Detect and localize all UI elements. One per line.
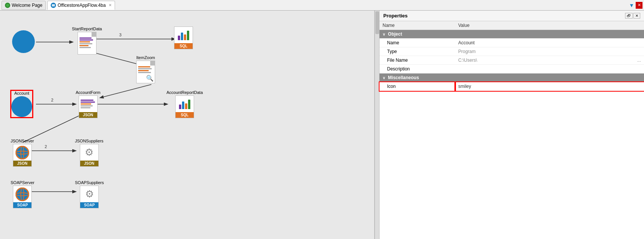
itemzoom-label: ItemZoom bbox=[136, 55, 155, 60]
accountform-label: AccountForm bbox=[76, 90, 100, 95]
node-sqlreport[interactable]: SQL bbox=[174, 27, 193, 49]
soapsuppliers-label: SOAPSuppliers bbox=[75, 180, 104, 185]
node-soapserver[interactable]: SOAPServer SOAP bbox=[11, 180, 34, 208]
prop-value-header: Value bbox=[455, 21, 644, 30]
flow-tab-label: OfficestoreAppFlow.4ba bbox=[58, 3, 106, 8]
node-soapsuppliers[interactable]: SOAPSuppliers ⚙ SOAP bbox=[75, 180, 104, 208]
accountreportdata-icon: SQL bbox=[175, 95, 194, 118]
prop-row-type: Type Program bbox=[380, 47, 644, 56]
accountreportdata-label: AccountReportData bbox=[166, 90, 203, 95]
tab-flow[interactable]: OfficestoreAppFlow.4ba ✕ bbox=[47, 1, 115, 10]
prop-desc-label: Description bbox=[380, 65, 455, 73]
jsonserver-label: JSONServer bbox=[11, 139, 34, 143]
prop-filename-label: File Name bbox=[380, 56, 455, 65]
soapserver-icon: SOAP bbox=[13, 186, 32, 208]
prop-desc-value[interactable] bbox=[455, 65, 644, 73]
jsonsuppliers-label: JSONSuppliers bbox=[75, 139, 103, 143]
prop-row-description: Description bbox=[380, 65, 644, 73]
prop-icon-value[interactable]: smiley bbox=[455, 82, 644, 91]
svg-rect-1 bbox=[52, 4, 55, 6]
prop-row-name: Name Account bbox=[380, 39, 644, 47]
section-misc-header: ∨ Miscellaneous bbox=[380, 73, 644, 82]
account-label: Account bbox=[14, 91, 30, 95]
prop-type-label: Type bbox=[380, 47, 455, 56]
prop-icon-label: Icon bbox=[380, 82, 455, 91]
object-section-label: Object bbox=[388, 31, 402, 37]
node-jsonserver[interactable]: JSONServer JSON bbox=[11, 139, 34, 167]
tab-welcome[interactable]: Welcome Page bbox=[2, 1, 46, 10]
node-start[interactable] bbox=[12, 30, 35, 53]
properties-header-label: Properties bbox=[383, 13, 408, 19]
svg-text:3: 3 bbox=[119, 33, 121, 37]
flow-tab-icon bbox=[51, 3, 56, 8]
accountform-icon: JSON bbox=[79, 95, 98, 118]
main-layout: 3 2 2 StartReportData bbox=[0, 11, 644, 239]
prop-filename-dots[interactable]: ... bbox=[637, 58, 641, 63]
svg-point-0 bbox=[6, 4, 9, 7]
flow-canvas[interactable]: 3 2 2 StartReportData bbox=[0, 11, 375, 239]
object-collapse-icon[interactable]: ∨ bbox=[383, 32, 385, 36]
node-startreport[interactable]: StartReportData bbox=[72, 27, 102, 55]
start-circle bbox=[12, 30, 35, 53]
properties-panel: Properties 🗗 ✕ Name Value ∨ Object bbox=[379, 11, 644, 239]
prop-filename-value[interactable]: C:\Users\ ... bbox=[455, 56, 644, 65]
svg-text:2: 2 bbox=[51, 98, 53, 102]
itemzoom-icon: 🔍 bbox=[136, 61, 155, 83]
node-account[interactable]: Account bbox=[11, 91, 32, 117]
prop-row-icon[interactable]: Icon smiley bbox=[380, 82, 644, 91]
startreport-icon bbox=[78, 32, 96, 55]
tab-bar: Welcome Page OfficestoreAppFlow.4ba ✕ ▼ … bbox=[0, 0, 644, 11]
properties-table: Name Value ∨ Object Name Account Type bbox=[380, 21, 644, 91]
prop-name-value[interactable]: Account bbox=[455, 39, 644, 47]
node-itemzoom[interactable]: ItemZoom 🔍 bbox=[136, 55, 155, 83]
canvas-scrollbar[interactable] bbox=[375, 11, 379, 239]
startreport-label: StartReportData bbox=[72, 27, 102, 31]
sqlreport-icon: SQL bbox=[174, 27, 193, 49]
misc-collapse-icon[interactable]: ∨ bbox=[383, 76, 385, 80]
funnel-icon: ▼ bbox=[629, 2, 634, 8]
welcome-tab-icon bbox=[5, 3, 10, 8]
node-accountform[interactable]: AccountForm JSON bbox=[76, 90, 100, 118]
panel-minimize-button[interactable]: 🗗 bbox=[625, 13, 633, 19]
soapsuppliers-icon: ⚙ SOAP bbox=[80, 186, 99, 208]
prop-row-filename: File Name C:\Users\ ... bbox=[380, 56, 644, 65]
section-object-header: ∨ Object bbox=[380, 30, 644, 39]
soapserver-label: SOAPServer bbox=[11, 180, 34, 185]
prop-type-value[interactable]: Program bbox=[455, 47, 644, 56]
panel-close-button[interactable]: ✕ bbox=[633, 13, 640, 19]
node-jsonsuppliers[interactable]: JSONSuppliers ⚙ JSON bbox=[75, 139, 103, 167]
prop-name-header: Name bbox=[380, 21, 455, 30]
prop-filename-text: C:\Users\ bbox=[458, 58, 477, 63]
jsonserver-icon: JSON bbox=[13, 144, 32, 167]
close-button[interactable]: ✕ bbox=[636, 2, 642, 9]
account-circle bbox=[11, 96, 32, 117]
svg-line-6 bbox=[100, 84, 151, 98]
panel-controls: 🗗 ✕ bbox=[625, 13, 640, 19]
jsonsuppliers-icon: ⚙ JSON bbox=[80, 144, 99, 167]
prop-name-label: Name bbox=[380, 39, 455, 47]
misc-section-label: Miscellaneous bbox=[388, 75, 419, 80]
welcome-tab-label: Welcome Page bbox=[12, 3, 42, 8]
svg-text:2: 2 bbox=[45, 144, 47, 149]
properties-title: Properties 🗗 ✕ bbox=[380, 11, 644, 21]
node-accountreportdata[interactable]: AccountReportData SQL bbox=[166, 90, 203, 118]
tab-close-button[interactable]: ✕ bbox=[109, 3, 112, 7]
